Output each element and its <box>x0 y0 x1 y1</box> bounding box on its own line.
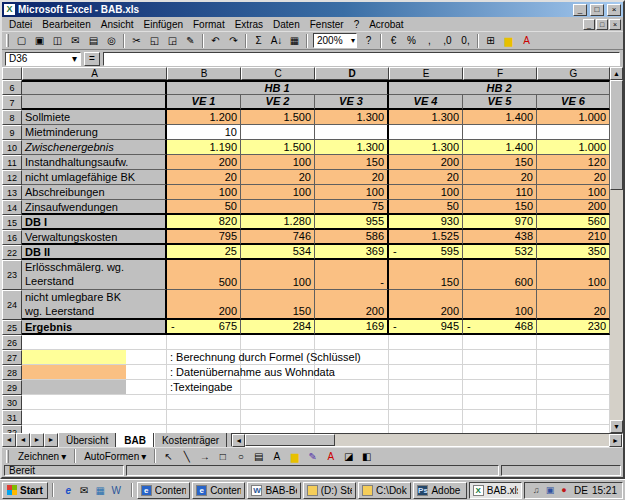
row-header-25[interactable]: 25 <box>2 320 22 335</box>
row-header-16[interactable]: 16 <box>2 230 22 245</box>
cell-D[interactable]: 20 <box>315 170 389 185</box>
cell-F[interactable]: 438 <box>463 230 537 245</box>
sheet-tab-kostenträger[interactable]: Kostenträger <box>154 433 227 447</box>
cell-B[interactable]: 1.200 <box>167 110 241 125</box>
cell-F[interactable]: 20 <box>463 170 537 185</box>
cell-B[interactable]: 500 <box>167 260 241 290</box>
cell-G30[interactable] <box>537 395 610 410</box>
menu-item-extras[interactable]: Extras <box>230 19 268 30</box>
word-icon[interactable]: W <box>109 483 124 498</box>
cell-B30[interactable] <box>167 395 241 410</box>
cell-G[interactable]: 20 <box>537 290 610 320</box>
line-icon[interactable]: ╲ <box>178 448 195 464</box>
textbox-icon[interactable]: ▤ <box>250 448 267 464</box>
copy-icon[interactable]: ◱ <box>146 33 163 49</box>
cell-B[interactable]: -675 <box>167 320 241 335</box>
paste-icon[interactable]: ◲ <box>164 33 181 49</box>
cell-B[interactable]: 1.190 <box>167 140 241 155</box>
prev-sheet-button[interactable]: ◄ <box>16 433 30 447</box>
cell-A28[interactable] <box>22 365 167 380</box>
select-arrow-icon[interactable]: ↖ <box>160 448 177 464</box>
column-header-B[interactable]: B <box>167 67 241 80</box>
row-header-22[interactable]: 22 <box>2 245 22 260</box>
cell-F31[interactable] <box>463 410 537 425</box>
threed-icon[interactable]: ◧ <box>358 448 375 464</box>
status-tray-icon[interactable]: ● <box>558 484 570 496</box>
cell-B[interactable]: 100 <box>167 185 241 200</box>
wordart-icon[interactable]: A <box>268 448 285 464</box>
menu-item-ansicht[interactable]: Ansicht <box>96 19 139 30</box>
cell-F[interactable]: 600 <box>463 260 537 290</box>
cell-D[interactable]: 75 <box>315 200 389 215</box>
cell-C[interactable]: 1.280 <box>241 215 315 230</box>
row-header-29[interactable]: 29 <box>2 380 22 395</box>
menu-item-format[interactable]: Format <box>188 19 230 30</box>
cell-G[interactable]: 20 <box>537 170 610 185</box>
cell-A7[interactable] <box>22 95 167 110</box>
cell-C[interactable]: 284 <box>241 320 315 335</box>
cell-D[interactable]: 150 <box>315 155 389 170</box>
cell-C[interactable]: 100 <box>241 185 315 200</box>
cell-B[interactable]: 50 <box>167 200 241 215</box>
cell-B[interactable]: 200 <box>167 155 241 170</box>
task-button-d-stefan-älter-g[interactable]: (D:) Stefan älter g... <box>303 482 356 499</box>
cell-C[interactable]: 20 <box>241 170 315 185</box>
cell-E27[interactable] <box>389 350 463 365</box>
column-header-ve-3[interactable]: VE 3 <box>315 95 389 110</box>
cell-B[interactable]: 25 <box>167 245 241 260</box>
cell-G[interactable]: 120 <box>537 155 610 170</box>
cell-A11[interactable]: Instandhaltungsaufw. <box>22 155 167 170</box>
menu-item-help[interactable]: ? <box>349 19 365 30</box>
cell-C[interactable]: 1.500 <box>241 110 315 125</box>
cell-A14[interactable]: Zinsaufwendungen <box>22 200 167 215</box>
cell-F26[interactable] <box>463 335 537 350</box>
cell-G[interactable]: 100 <box>537 260 610 290</box>
cell-A32[interactable] <box>22 425 167 433</box>
column-header-G[interactable]: G <box>537 67 610 80</box>
cell-A10[interactable]: Zwischenergebnis <box>22 140 167 155</box>
percent-style-icon[interactable]: % <box>403 33 420 49</box>
cell-D[interactable]: 1.300 <box>315 140 389 155</box>
cell-F[interactable]: 970 <box>463 215 537 230</box>
cell-G[interactable]: 560 <box>537 215 610 230</box>
workbook-restore-button[interactable]: □ <box>596 19 608 30</box>
cell-B31[interactable] <box>167 410 241 425</box>
row-header-32[interactable]: 32 <box>2 425 22 433</box>
cell-A16[interactable]: Verwaltungskosten <box>22 230 167 245</box>
cell-C32[interactable] <box>241 425 315 433</box>
column-header-ve-1[interactable]: VE 1 <box>167 95 241 110</box>
cell-C30[interactable] <box>241 395 315 410</box>
menu-item-fenster[interactable]: Fenster <box>305 19 349 30</box>
cell-A25[interactable]: Ergebnis <box>22 320 167 335</box>
comma-style-icon[interactable]: , <box>421 33 438 49</box>
row-header-7[interactable]: 7 <box>2 95 22 110</box>
cell-D26[interactable] <box>315 335 389 350</box>
maximize-button[interactable]: □ <box>590 4 604 16</box>
column-header-F[interactable]: F <box>463 67 537 80</box>
font-color-icon[interactable]: A <box>322 448 339 464</box>
scroll-up-icon[interactable]: ▲ <box>610 67 623 80</box>
internet-explorer-icon[interactable]: e <box>61 483 76 498</box>
language-indicator[interactable]: DE <box>574 485 588 496</box>
group-header-hb1[interactable]: HB 1 <box>167 80 389 95</box>
cell-C31[interactable] <box>241 410 315 425</box>
save-icon[interactable]: ◫ <box>49 33 66 49</box>
cell-A12[interactable]: nicht umlagefähige BK <box>22 170 167 185</box>
scroll-down-icon[interactable]: ▼ <box>610 420 623 433</box>
cell-F28[interactable] <box>463 365 537 380</box>
row-header-23[interactable]: 23 <box>2 260 22 290</box>
edit-formula-button[interactable]: = <box>84 52 100 66</box>
task-button-contenid[interactable]: eContenid... <box>137 482 190 499</box>
row-header-6[interactable]: 6 <box>2 80 22 95</box>
close-button[interactable]: × <box>607 4 621 16</box>
sheet-tab-übersicht[interactable]: Übersicht <box>58 433 116 447</box>
row-header-30[interactable]: 30 <box>2 395 22 410</box>
sort-ascending-icon[interactable]: A↓ <box>268 33 285 49</box>
cell-F32[interactable] <box>463 425 537 433</box>
cell-B[interactable]: 820 <box>167 215 241 230</box>
cell-A26[interactable] <box>22 335 167 350</box>
shadow-icon[interactable]: ◪ <box>340 448 357 464</box>
cell-G[interactable]: 200 <box>537 200 610 215</box>
cell-E[interactable]: 100 <box>389 185 463 200</box>
cell-A24[interactable]: nicht umlegbare BK wg. Leerstand <box>22 290 167 320</box>
